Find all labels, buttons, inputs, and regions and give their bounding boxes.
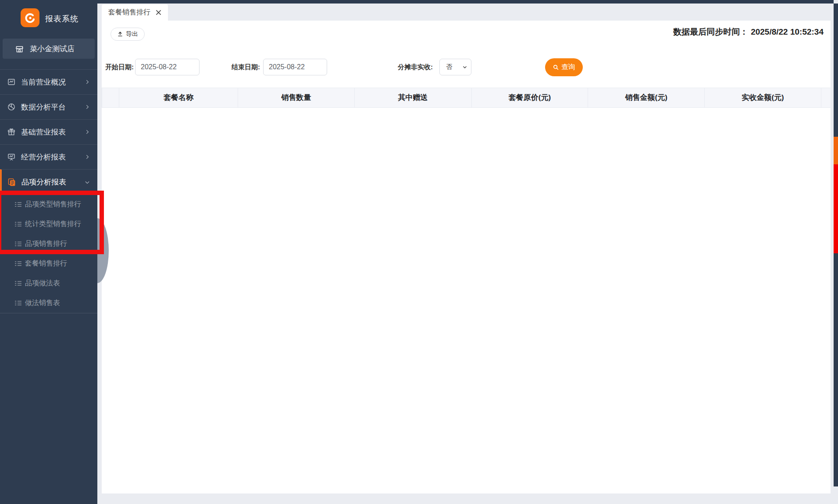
sync-time-label: 数据最后同步时间： bbox=[673, 27, 748, 36]
chevron-down-icon bbox=[462, 64, 467, 70]
sync-time: 数据最后同步时间：2025/8/22 10:52:34 bbox=[673, 26, 824, 38]
end-date-input[interactable] bbox=[263, 59, 327, 75]
chevron-right-icon bbox=[84, 104, 90, 110]
apportion-label: 分摊非实收: bbox=[398, 58, 433, 76]
apportion-selected-value: 否 bbox=[446, 63, 452, 71]
edge-seg-dark bbox=[834, 4, 838, 137]
storefront-icon bbox=[15, 44, 24, 53]
sidebar-item-data-analysis-platform[interactable]: 数据分析平台 bbox=[0, 94, 97, 119]
list-icon bbox=[14, 299, 22, 307]
sidebar: 报表系统 菜小金测试店 当前营业概况 bbox=[0, 0, 97, 504]
close-icon[interactable] bbox=[156, 10, 161, 15]
chevron-right-icon bbox=[84, 154, 90, 160]
documents-icon bbox=[7, 177, 16, 187]
window-top-edge bbox=[0, 0, 838, 4]
filter-bar: 开始日期: 结束日期: 分摊非实收: 否 查询 bbox=[102, 58, 831, 76]
submenu-item-item-sales-ranking[interactable]: 品项销售排行 bbox=[0, 234, 97, 254]
table-header-received-amount: 实收金额(元) bbox=[705, 88, 821, 107]
sidebar-menu: 当前营业概况 数据分析平台 bbox=[0, 69, 97, 195]
chevron-right-icon bbox=[84, 79, 90, 85]
list-icon bbox=[14, 280, 22, 287]
table-header-combo-name: 套餐名称 bbox=[119, 88, 238, 107]
table-header-gifted: 其中赠送 bbox=[355, 88, 472, 107]
submenu-item-combo-sales-ranking[interactable]: 套餐销售排行 bbox=[0, 254, 97, 273]
start-date-input[interactable] bbox=[135, 59, 200, 75]
chevron-right-icon bbox=[84, 129, 90, 135]
submenu-item-label: 品项销售排行 bbox=[25, 239, 67, 248]
apportion-select[interactable]: 否 bbox=[439, 59, 471, 75]
table-header-row: 套餐名称 销售数量 其中赠送 套餐原价(元) 销售金额(元) 实收金额(元) bbox=[102, 88, 831, 108]
edge-seg-light bbox=[834, 486, 838, 504]
monitor-chart-icon bbox=[7, 78, 16, 86]
app-logo-icon bbox=[21, 8, 39, 27]
submenu-item-label: 套餐销售排行 bbox=[25, 259, 67, 268]
edge-seg-dark bbox=[834, 253, 838, 486]
edge-seg-light bbox=[834, 0, 838, 4]
table-header-sales-amount: 销售金额(元) bbox=[588, 88, 705, 107]
upload-icon bbox=[117, 31, 123, 37]
export-button[interactable]: 导出 bbox=[111, 28, 145, 41]
end-date-label: 结束日期: bbox=[232, 58, 260, 76]
sidebar-item-basic-business-reports[interactable]: 基础营业报表 bbox=[0, 119, 97, 144]
list-icon bbox=[14, 260, 22, 267]
submenu-item-method-sales-table[interactable]: 做法销售表 bbox=[0, 293, 97, 313]
edge-seg-orange bbox=[834, 137, 838, 164]
gift-icon bbox=[7, 128, 16, 136]
sidebar-item-current-overview[interactable]: 当前营业概况 bbox=[0, 69, 97, 94]
table-header-empty bbox=[102, 88, 119, 107]
submenu-item-label: 做法销售表 bbox=[25, 298, 60, 308]
screen-edge-artifact bbox=[834, 0, 838, 504]
sidebar-item-label: 品项分析报表 bbox=[21, 177, 66, 187]
presentation-icon bbox=[7, 153, 16, 161]
table-header-original-price: 套餐原价(元) bbox=[472, 88, 588, 107]
export-label: 导出 bbox=[126, 30, 138, 38]
table-header-stub bbox=[821, 88, 831, 107]
tab-combo-sales-ranking[interactable]: 套餐销售排行 bbox=[102, 4, 168, 21]
tab-label: 套餐销售排行 bbox=[108, 8, 150, 17]
query-label: 查询 bbox=[561, 63, 575, 72]
sidebar-submenu: 品项类型销售排行 统计类型销售排行 品项销售排行 bbox=[0, 195, 97, 313]
sync-time-value: 2025/8/22 10:52:34 bbox=[751, 27, 824, 36]
sidebar-divider bbox=[0, 313, 97, 313]
sidebar-item-label: 基础营业报表 bbox=[21, 127, 66, 137]
table-header-sales-qty: 销售数量 bbox=[238, 88, 355, 107]
sidebar-item-label: 经营分析报表 bbox=[21, 152, 66, 162]
submenu-item-item-type-sales-ranking[interactable]: 品项类型销售排行 bbox=[0, 195, 97, 214]
content-panel: 导出 数据最后同步时间：2025/8/22 10:52:34 开始日期: 结束日… bbox=[102, 21, 831, 493]
brand: 报表系统 bbox=[0, 0, 97, 37]
sidebar-item-label: 数据分析平台 bbox=[21, 102, 66, 112]
chevron-down-icon bbox=[84, 179, 90, 185]
submenu-item-stat-type-sales-ranking[interactable]: 统计类型销售排行 bbox=[0, 214, 97, 234]
submenu-item-label: 品项做法表 bbox=[25, 279, 60, 288]
list-icon bbox=[14, 220, 22, 228]
list-icon bbox=[14, 240, 22, 248]
submenu-item-item-method-table[interactable]: 品项做法表 bbox=[0, 273, 97, 293]
query-button[interactable]: 查询 bbox=[545, 58, 583, 76]
list-icon bbox=[14, 201, 22, 208]
data-globe-icon bbox=[7, 103, 16, 111]
search-icon bbox=[553, 64, 559, 71]
submenu-item-label: 统计类型销售排行 bbox=[25, 220, 81, 229]
sidebar-item-item-analysis-reports[interactable]: 品项分析报表 bbox=[0, 169, 97, 195]
sidebar-item-operation-analysis-reports[interactable]: 经营分析报表 bbox=[0, 144, 97, 169]
sidebar-item-label: 当前营业概况 bbox=[21, 77, 66, 87]
store-name: 菜小金测试店 bbox=[30, 44, 75, 54]
start-date-label: 开始日期: bbox=[105, 58, 134, 76]
store-selector[interactable]: 菜小金测试店 bbox=[3, 39, 95, 59]
submenu-item-label: 品项类型销售排行 bbox=[25, 200, 81, 209]
tab-bar: 套餐销售排行 bbox=[97, 4, 838, 21]
edge-seg-red bbox=[834, 164, 838, 253]
app-title: 报表系统 bbox=[45, 14, 78, 24]
